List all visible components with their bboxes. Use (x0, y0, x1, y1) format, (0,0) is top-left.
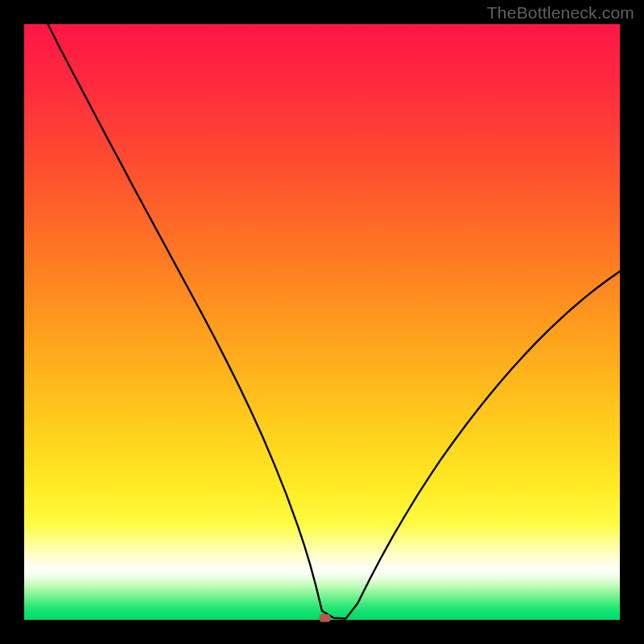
bottleneck-curve-chart (0, 0, 644, 644)
plot-gradient-background (24, 24, 620, 620)
watermark-text: TheBottleneck.com (487, 3, 634, 23)
optimal-point-marker (320, 614, 331, 622)
chart-container: TheBottleneck.com (0, 0, 644, 644)
